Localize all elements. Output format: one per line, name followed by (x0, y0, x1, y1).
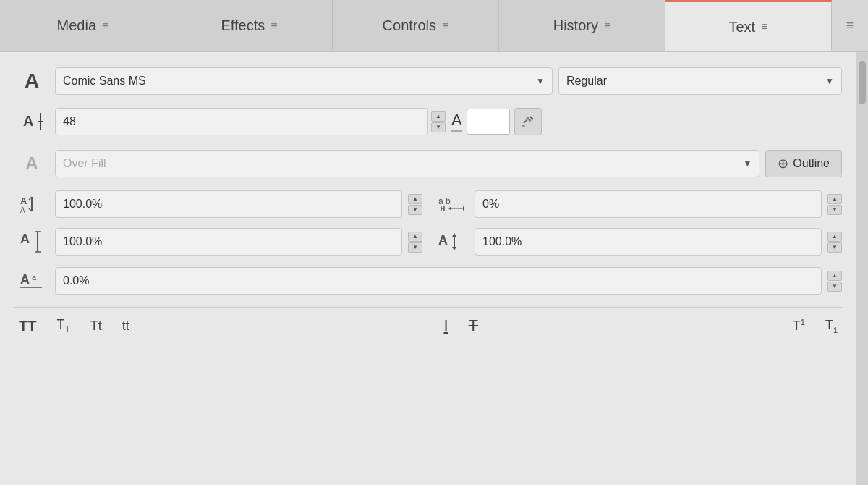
tracking-icon-svg: A A (19, 191, 45, 217)
outline-plus-icon: ⊕ (778, 156, 788, 172)
tracking-input[interactable]: 100.0% (55, 190, 402, 218)
baseline-down-btn[interactable]: ▼ (827, 282, 842, 292)
fill-dropdown[interactable]: Over Fill ▼ (55, 150, 760, 177)
leading-row: A 100.0% ▲ ▼ (14, 226, 842, 258)
superscript-btn[interactable]: T1 (788, 315, 809, 337)
outline-btn-label: Outline (793, 157, 830, 170)
fill-row: A Over Fill ▼ ⊕ Outline (14, 145, 842, 182)
svg-text:b: b (446, 196, 451, 206)
tracking-down-btn[interactable]: ▼ (408, 205, 422, 215)
tab-effects[interactable]: Effects ≡ (166, 0, 333, 51)
eyedropper-btn[interactable] (514, 108, 542, 135)
font-icon: A (14, 69, 49, 93)
color-section: A (451, 108, 842, 135)
tab-text[interactable]: Text ≡ (665, 0, 832, 51)
tab-effects-menu-icon[interactable]: ≡ (271, 20, 277, 33)
tab-text-label: Text (728, 19, 755, 35)
tab-controls-label: Controls (383, 17, 436, 34)
tracking-row: A A 100.0% ▲ ▼ (14, 188, 842, 220)
font-style-dropdown[interactable]: Regular ▼ (558, 67, 842, 95)
baseline-icon-svg: A a (19, 268, 45, 294)
word-spacing-icon-svg: a b (438, 193, 464, 216)
font-icon-label: A (25, 69, 39, 93)
baseline-up-btn[interactable]: ▲ (827, 271, 842, 281)
tab-media-label: Media (57, 17, 96, 34)
word-spacing-down-btn[interactable]: ▼ (827, 205, 842, 215)
svg-text:A: A (20, 232, 30, 246)
panel-menu-icon[interactable]: ≡ (832, 0, 868, 51)
title-case-btn[interactable]: Tt (86, 316, 106, 337)
tab-media[interactable]: Media ≡ (0, 0, 166, 51)
tab-controls-menu-icon[interactable]: ≡ (442, 20, 448, 33)
svg-text:A: A (20, 206, 25, 214)
small-caps-btn[interactable]: TT (52, 314, 74, 337)
svg-text:a: a (32, 273, 37, 282)
underline-label: I (443, 316, 448, 335)
lowercase-label: tt (122, 319, 129, 334)
scrollbar[interactable] (856, 52, 868, 485)
small-caps-label: TT (56, 317, 69, 334)
font-name-dropdown[interactable]: Comic Sans MS ▼ (55, 67, 553, 95)
svg-line-5 (524, 119, 527, 123)
eyedropper-icon (521, 114, 535, 129)
word-spacing-up-btn[interactable]: ▲ (827, 194, 842, 204)
underline-btn[interactable]: I (439, 313, 452, 338)
word-spacing-input[interactable]: 0% (475, 190, 822, 218)
tab-text-menu-icon[interactable]: ≡ (761, 20, 767, 33)
svg-text:A: A (23, 113, 33, 129)
baseline-icon: A a (14, 268, 49, 294)
all-caps-btn[interactable]: TT (14, 315, 41, 337)
svg-marker-18 (448, 206, 451, 211)
kerning-input[interactable]: 100.0% (475, 228, 822, 256)
tracking-up-btn[interactable]: ▲ (408, 194, 422, 204)
baseline-input[interactable]: 0.0% (55, 267, 822, 295)
strikethrough-btn[interactable]: T (464, 313, 482, 338)
tab-effects-label: Effects (221, 17, 265, 34)
tab-history-menu-icon[interactable]: ≡ (604, 20, 610, 33)
leading-right: A 100.0% ▲ ▼ (434, 228, 842, 256)
word-spacing-icon: a b (434, 193, 469, 216)
outline-btn[interactable]: ⊕ Outline (765, 150, 842, 177)
font-row: A Comic Sans MS ▼ Regular ▼ (14, 64, 842, 98)
tab-media-menu-icon[interactable]: ≡ (102, 20, 109, 33)
fill-icon-label: A (25, 153, 38, 174)
tracking-spinner: ▲ ▼ (408, 194, 422, 215)
leading-up-btn[interactable]: ▲ (408, 232, 422, 242)
leading-value: 100.0% (63, 235, 102, 248)
text-panel: A Comic Sans MS ▼ Regular ▼ A (0, 52, 856, 485)
main-content: A Comic Sans MS ▼ Regular ▼ A (0, 52, 868, 485)
size-spinner: ▲ ▼ (431, 111, 446, 132)
size-input[interactable]: 48 (55, 108, 428, 135)
size-down-btn[interactable]: ▼ (431, 122, 446, 132)
leading-left: A 100.0% ▲ ▼ (14, 228, 422, 256)
word-spacing-spinner: ▲ ▼ (827, 194, 842, 215)
size-value: 48 (63, 115, 76, 128)
font-name-value: Comic Sans MS (63, 75, 530, 88)
subscript-label: T1 (825, 318, 838, 334)
size-input-wrapper: 48 ▲ ▼ (55, 108, 446, 135)
svg-text:A: A (438, 233, 448, 248)
color-swatch[interactable] (467, 109, 510, 135)
tab-history[interactable]: History ≡ (499, 0, 665, 51)
leading-down-btn[interactable]: ▼ (408, 242, 422, 253)
word-spacing-value: 0% (482, 198, 499, 211)
tracking-value: 100.0% (63, 198, 102, 211)
svg-marker-19 (463, 206, 464, 211)
scrollbar-thumb[interactable] (859, 61, 866, 104)
svg-marker-27 (452, 247, 456, 250)
color-icon-wrapper: A (451, 111, 462, 131)
lowercase-btn[interactable]: tt (118, 316, 134, 337)
svg-text:a: a (438, 196, 443, 206)
size-up-btn[interactable]: ▲ (431, 111, 446, 122)
kerning-up-btn[interactable]: ▲ (827, 232, 842, 242)
color-a-icon: A (451, 111, 462, 131)
size-row: A 48 ▲ ▼ A (14, 104, 842, 139)
tab-controls[interactable]: Controls ≡ (333, 0, 499, 51)
subscript-btn[interactable]: T1 (821, 315, 842, 337)
svg-marker-6 (522, 125, 525, 127)
font-name-arrow-icon: ▼ (536, 76, 545, 86)
all-caps-label: TT (19, 318, 36, 334)
kerning-down-btn[interactable]: ▼ (827, 242, 842, 253)
tracking-right: a b 0% ▲ (434, 190, 842, 218)
leading-input[interactable]: 100.0% (55, 228, 402, 256)
